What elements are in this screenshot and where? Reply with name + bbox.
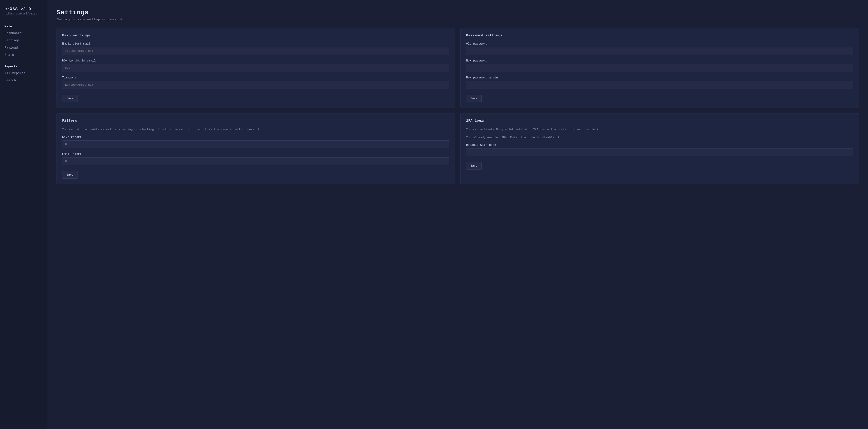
dom-length-input[interactable] [62, 64, 450, 72]
main-section-label: Main [0, 22, 48, 30]
main-content: Settings Change your main settings or pa… [48, 0, 868, 429]
save-report-input[interactable] [62, 141, 450, 148]
main-settings-card: Main settings Email alert mail DOM Lengh… [57, 28, 455, 108]
old-password-input[interactable] [466, 47, 853, 55]
sidebar-item-settings[interactable]: Settings [0, 37, 48, 44]
dom-length-group: DOM Lenght in email [62, 59, 450, 72]
save-report-group: Save report [62, 135, 450, 148]
password-settings-title: Password settings [466, 34, 853, 37]
email-alert-filter-group: Email alert [62, 152, 450, 165]
sidebar-item-share[interactable]: Share [0, 51, 48, 59]
page-subtitle: Change your main settings or password [57, 18, 859, 21]
new-password-again-label: New password again [466, 76, 853, 79]
reports-section-label: Reports [0, 62, 48, 70]
email-alert-input[interactable] [62, 47, 450, 55]
two-fa-save-button[interactable]: Save [466, 162, 482, 170]
sidebar-item-dashboard[interactable]: Dashboard [0, 30, 48, 37]
timezone-label: Timezone [62, 76, 450, 79]
settings-grid: Main settings Email alert mail DOM Lengh… [57, 28, 859, 184]
disable-code-group: Disable with code [466, 143, 853, 156]
main-settings-title: Main settings [62, 34, 450, 37]
filters-card: Filters You can stop a double report fro… [57, 113, 455, 184]
timezone-input[interactable] [62, 81, 450, 89]
page-title: Settings [57, 9, 859, 16]
disable-code-input[interactable] [466, 148, 853, 156]
new-password-again-group: New password again [466, 76, 853, 89]
two-fa-description2: You already enabled 2FA. Enter the code … [466, 135, 853, 140]
old-password-group: Old password [466, 42, 853, 55]
brand-title: ezXSS v2.0 [4, 7, 43, 11]
new-password-label: New password [466, 59, 853, 62]
sidebar: ezXSS v2.0 github.com/ssl/ezxss Main Das… [0, 0, 48, 429]
dom-length-label: DOM Lenght in email [62, 59, 450, 62]
brand: ezXSS v2.0 github.com/ssl/ezxss [0, 4, 48, 22]
sidebar-item-search[interactable]: Search [0, 77, 48, 84]
password-settings-card: Password settings Old password New passw… [460, 28, 859, 108]
two-fa-title: 2FA login [466, 119, 853, 123]
filters-save-button[interactable]: Save [62, 171, 78, 179]
new-password-group: New password [466, 59, 853, 72]
new-password-input[interactable] [466, 64, 853, 72]
save-report-label: Save report [62, 135, 450, 139]
email-alert-group: Email alert mail [62, 42, 450, 55]
password-settings-save-button[interactable]: Save [466, 95, 482, 102]
email-alert-filter-input[interactable] [62, 157, 450, 165]
email-alert-filter-label: Email alert [62, 152, 450, 156]
timezone-group: Timezone [62, 76, 450, 89]
two-fa-description1: You can activate Google Authenticator 2F… [466, 127, 853, 132]
new-password-again-input[interactable] [466, 81, 853, 89]
email-alert-label: Email alert mail [62, 42, 450, 45]
filters-description: You can stop a double report from saving… [62, 127, 450, 132]
sidebar-item-all-reports[interactable]: All reports [0, 70, 48, 77]
main-settings-save-button[interactable]: Save [62, 95, 78, 102]
disable-code-label: Disable with code [466, 143, 853, 147]
old-password-label: Old password [466, 42, 853, 45]
two-fa-card: 2FA login You can activate Google Authen… [460, 113, 859, 184]
sidebar-item-payload[interactable]: Payload [0, 44, 48, 51]
filters-title: Filters [62, 119, 450, 123]
brand-subtitle: github.com/ssl/ezxss [4, 12, 43, 16]
